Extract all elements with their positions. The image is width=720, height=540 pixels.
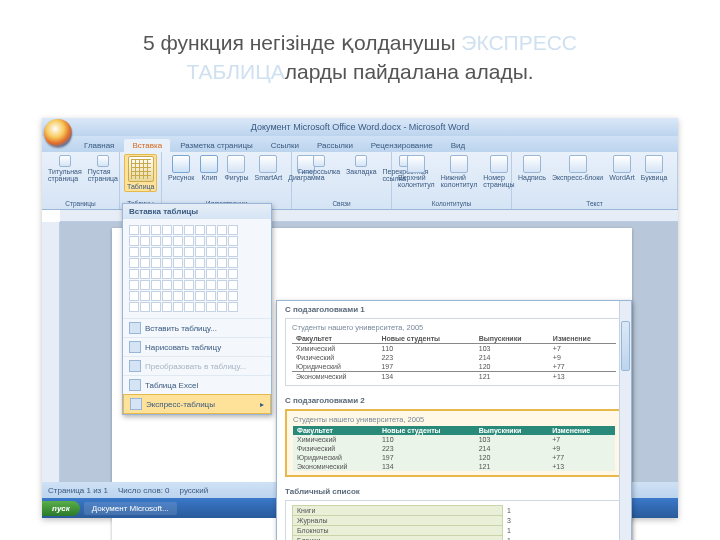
cover-page-button[interactable]: Титульная страница	[46, 154, 84, 183]
tab-view[interactable]: Вид	[443, 139, 473, 152]
convert-table-item: Преобразовать в таблицу...	[123, 356, 271, 375]
ribbon: Титульная страница Пустая страница Разры…	[42, 152, 678, 210]
dropdown-title: Вставка таблицы	[123, 204, 271, 219]
insert-table-item[interactable]: Вставить таблицу...	[123, 318, 271, 337]
word-window: Документ Microsoft Office Word.docx - Mi…	[42, 118, 678, 518]
group-links-label: Связи	[296, 199, 387, 207]
hyperlink-button[interactable]: Гиперссылка	[296, 154, 342, 176]
tab-references[interactable]: Ссылки	[263, 139, 307, 152]
start-button[interactable]: пуск	[42, 501, 80, 516]
header-button[interactable]: Верхний колонтитул	[396, 154, 437, 189]
office-button[interactable]	[44, 119, 72, 147]
textbox-button[interactable]: Надпись	[516, 154, 548, 182]
dropcap-button[interactable]: Буквица	[639, 154, 670, 182]
gallery-scrollbar[interactable]	[619, 301, 631, 540]
gallery-section-2: С подзаголовками 2	[277, 392, 631, 407]
mini-table-2: ФакультетНовые студентыВыпускникиИзменен…	[293, 426, 615, 471]
tab-layout[interactable]: Разметка страницы	[172, 139, 261, 152]
table-dropdown: Вставка таблицы Вставить таблицу... Нари…	[122, 203, 272, 415]
footer-button[interactable]: Нижний колонтитул	[439, 154, 480, 189]
titlebar: Документ Microsoft Office Word.docx - Mi…	[42, 118, 678, 136]
express-gallery: С подзаголовками 1 Студенты нашего униве…	[276, 300, 632, 540]
wordart-button[interactable]: WordArt	[607, 154, 637, 182]
sample-subtitle-1[interactable]: Студенты нашего университета, 2005 Факул…	[285, 318, 623, 386]
express-tables-item[interactable]: Экспресс-таблицы▸	[123, 394, 271, 414]
table-button[interactable]: Таблица	[124, 154, 157, 192]
tab-home[interactable]: Главная	[76, 139, 122, 152]
shapes-button[interactable]: Фигуры	[222, 154, 250, 182]
mini-table-3: Книги1Журналы3Блокноты1Бланки1Ручки3 шт.…	[292, 505, 616, 540]
gallery-section-3: Табличный список	[277, 483, 631, 498]
tab-review[interactable]: Рецензирование	[363, 139, 441, 152]
taskbar-word[interactable]: Документ Microsoft...	[84, 502, 177, 515]
slide-title: 5 функция негізінде қолданушы ЭКСПРЕСС Т…	[0, 0, 720, 105]
picture-button[interactable]: Рисунок	[166, 154, 196, 182]
blank-page-button[interactable]: Пустая страница	[86, 154, 120, 183]
sample-subtitle-2[interactable]: Студенты нашего университета, 2005 Факул…	[285, 409, 623, 477]
clip-button[interactable]: Клип	[198, 154, 220, 182]
gallery-section-1: С подзаголовками 1	[277, 301, 631, 316]
ribbon-tabs: Главная Вставка Разметка страницы Ссылки…	[42, 136, 678, 152]
bookmark-button[interactable]: Закладка	[344, 154, 378, 176]
draw-table-item[interactable]: Нарисовать таблицу	[123, 337, 271, 356]
smartart-button[interactable]: SmartArt	[253, 154, 285, 182]
excel-table-item[interactable]: Таблица Excel	[123, 375, 271, 394]
group-text-label: Текст	[516, 199, 673, 207]
ruler-vertical	[42, 222, 60, 498]
group-headerfooter-label: Колонтитулы	[396, 199, 507, 207]
quickparts-button[interactable]: Экспресс-блоки	[550, 154, 605, 182]
sample-list[interactable]: Книги1Журналы3Блокноты1Бланки1Ручки3 шт.…	[285, 500, 623, 540]
group-pages-label: Страницы	[46, 199, 115, 207]
tab-mailings[interactable]: Рассылки	[309, 139, 361, 152]
insert-grid[interactable]	[123, 219, 271, 318]
tab-insert[interactable]: Вставка	[124, 139, 170, 152]
mini-table-1: ФакультетНовые студентыВыпускникиИзменен…	[292, 334, 616, 381]
